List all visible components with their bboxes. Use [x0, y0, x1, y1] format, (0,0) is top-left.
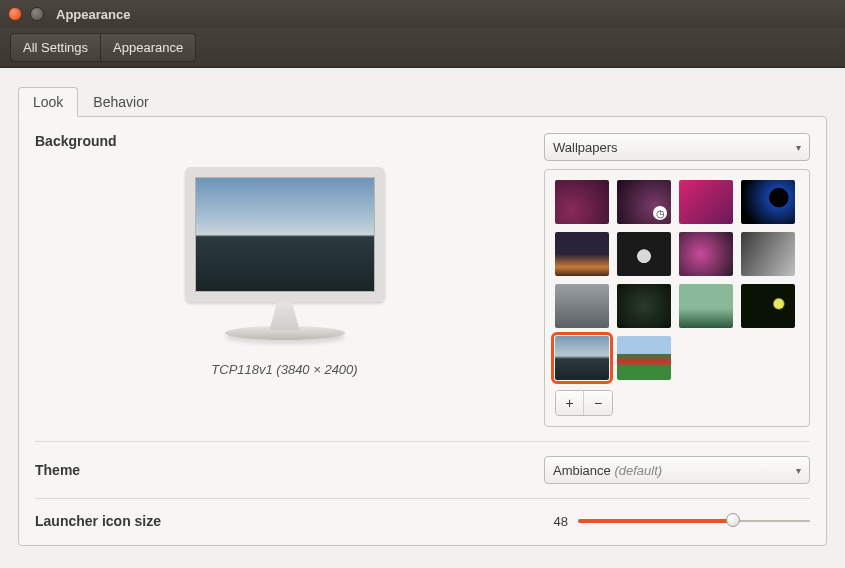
close-icon[interactable]: [8, 7, 22, 21]
theme-default-suffix: (default): [614, 463, 662, 478]
monitor-screen: [185, 167, 385, 302]
window-title: Appearance: [56, 7, 130, 22]
launcher-size-label: Launcher icon size: [35, 513, 161, 529]
wallpaper-source-combo[interactable]: Wallpapers ▾: [544, 133, 810, 161]
theme-label: Theme: [35, 462, 80, 478]
launcher-size-slider[interactable]: [578, 513, 810, 529]
breadcrumb-all-settings[interactable]: All Settings: [10, 33, 100, 62]
add-remove-group: + −: [555, 390, 613, 416]
background-label: Background: [35, 133, 117, 149]
wallpaper-caption: TCP118v1 (3840 × 2400): [211, 362, 357, 377]
remove-wallpaper-button[interactable]: −: [584, 391, 612, 415]
wallpaper-thumb[interactable]: [679, 232, 733, 276]
wallpaper-thumb-selected[interactable]: [555, 336, 609, 380]
wallpaper-thumb[interactable]: [555, 180, 609, 224]
monitor-preview: [175, 167, 395, 340]
chevron-down-icon: ▾: [796, 142, 801, 153]
wallpaper-thumb[interactable]: [741, 284, 795, 328]
divider: [35, 498, 810, 499]
wallpaper-thumb[interactable]: [679, 180, 733, 224]
minimize-icon[interactable]: [30, 7, 44, 21]
wallpaper-thumb[interactable]: [617, 232, 671, 276]
wallpaper-thumb[interactable]: [741, 232, 795, 276]
toolbar: All Settings Appearance: [0, 28, 845, 68]
wallpaper-thumb[interactable]: [617, 336, 671, 380]
wallpaper-source-value: Wallpapers: [553, 140, 618, 155]
tab-bar: Look Behavior: [18, 87, 827, 117]
wallpaper-thumb[interactable]: [617, 284, 671, 328]
title-bar: Appearance: [0, 0, 845, 28]
wallpaper-thumb[interactable]: [741, 180, 795, 224]
theme-combo[interactable]: Ambiance (default) ▾: [544, 456, 810, 484]
look-panel: Background TCP118v1 (3840 × 2400) Wallpa…: [18, 116, 827, 546]
breadcrumb-appearance[interactable]: Appearance: [100, 33, 196, 62]
launcher-size-value: 48: [544, 514, 568, 529]
wallpaper-thumb[interactable]: [679, 284, 733, 328]
wallpaper-thumb[interactable]: ◷: [617, 180, 671, 224]
divider: [35, 441, 810, 442]
chevron-down-icon: ▾: [796, 465, 801, 476]
wallpaper-thumb[interactable]: [555, 232, 609, 276]
add-wallpaper-button[interactable]: +: [556, 391, 584, 415]
wallpaper-grid: ◷: [544, 169, 810, 427]
tab-behavior[interactable]: Behavior: [78, 87, 163, 117]
wallpaper-thumb[interactable]: [555, 284, 609, 328]
theme-value: Ambiance: [553, 463, 611, 478]
clock-icon: ◷: [653, 206, 667, 220]
tab-look[interactable]: Look: [18, 87, 78, 117]
